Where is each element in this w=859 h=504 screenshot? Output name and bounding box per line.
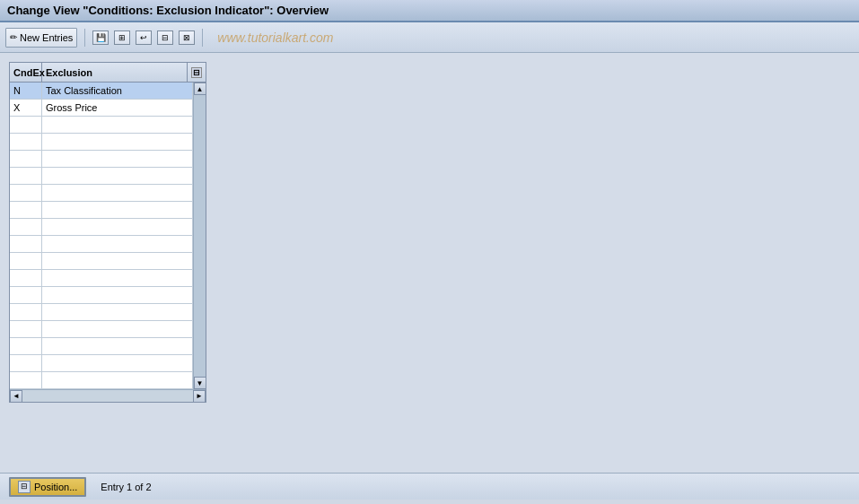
table-row: [10, 270, 193, 287]
table-row: [10, 355, 193, 372]
delete-icon[interactable]: ⊠: [179, 30, 195, 45]
table-rows: N Tax Classification X Gross Price: [10, 83, 193, 389]
table-row: [10, 321, 193, 338]
vertical-scrollbar[interactable]: ▲ ▼: [193, 83, 206, 389]
table-row: [10, 185, 193, 202]
row-exclusion-2: Gross Price: [42, 100, 193, 116]
scroll-right-arrow[interactable]: ►: [193, 390, 206, 403]
scroll-down-arrow[interactable]: ▼: [194, 377, 206, 389]
title-text: Change View "Conditions: Exclusion Indic…: [7, 4, 329, 17]
table-row: [10, 202, 193, 219]
bottom-bar: ⊟ Position... Entry 1 of 2: [0, 473, 859, 500]
table-row[interactable]: X Gross Price: [10, 100, 193, 117]
column-header-cndex[interactable]: CndEx: [10, 63, 42, 82]
table-row: [10, 219, 193, 236]
new-entries-label: New Entries: [20, 32, 73, 43]
scroll-track[interactable]: [194, 95, 206, 377]
undo-icon[interactable]: ↩: [136, 30, 152, 45]
table-row: [10, 253, 193, 270]
table-body: N Tax Classification X Gross Price: [10, 83, 206, 389]
copy-icon[interactable]: ⊞: [114, 30, 130, 45]
row-cndex-2: X: [10, 100, 42, 116]
position-label: Position...: [34, 482, 77, 492]
position-icon: ⊟: [18, 481, 31, 493]
table-row: [10, 151, 193, 168]
table-row: [10, 236, 193, 253]
entry-count: Entry 1 of 2: [101, 482, 151, 492]
table-row: [10, 304, 193, 321]
new-entries-button[interactable]: ✏ New Entries: [5, 28, 77, 48]
title-bar: Change View "Conditions: Exclusion Indic…: [0, 0, 859, 22]
table-row: [10, 134, 193, 151]
toolbar-separator-1: [84, 29, 85, 47]
column-settings-icon[interactable]: ⊟: [188, 63, 206, 82]
table-row: [10, 168, 193, 185]
position-button[interactable]: ⊟ Position...: [9, 477, 86, 497]
column-header-exclusion: Exclusion: [42, 63, 188, 82]
row-cndex-1: N: [10, 83, 42, 99]
save-icon[interactable]: 💾: [92, 30, 109, 45]
new-entries-icon: ✏: [10, 32, 17, 42]
table-row: [10, 338, 193, 355]
data-table: CndEx Exclusion ⊟ N Tax Classification X…: [9, 62, 206, 403]
scroll-left-arrow[interactable]: ◄: [10, 390, 22, 403]
toolbar-separator-2: [202, 29, 203, 47]
toolbar: ✏ New Entries 💾 ⊞ ↩ ⊟ ⊠ www.tutorialkart…: [0, 22, 859, 53]
table-row[interactable]: N Tax Classification: [10, 83, 193, 100]
table-row: [10, 117, 193, 134]
table-row: [10, 372, 193, 389]
horizontal-scrollbar[interactable]: ◄ ►: [10, 389, 206, 402]
table-header: CndEx Exclusion ⊟: [10, 63, 206, 83]
main-content: CndEx Exclusion ⊟ N Tax Classification X…: [0, 53, 859, 500]
paste-icon[interactable]: ⊟: [157, 30, 173, 45]
table-row: [10, 287, 193, 304]
row-exclusion-1: Tax Classification: [42, 83, 193, 99]
scroll-up-arrow[interactable]: ▲: [194, 83, 206, 95]
watermark: www.tutorialkart.com: [217, 30, 333, 45]
